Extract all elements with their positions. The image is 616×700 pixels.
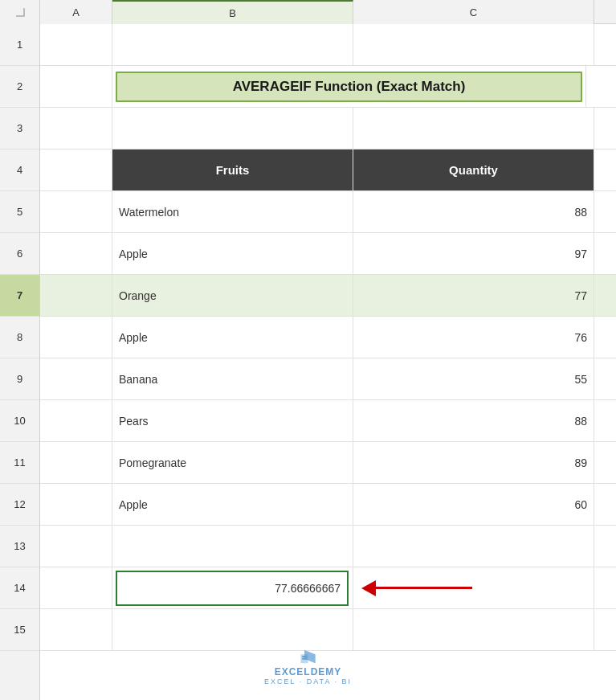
cell-fruit-2[interactable]: Apple [112, 233, 353, 274]
corner-cell [0, 0, 40, 24]
cell-fruit-7[interactable]: Pomegranate [112, 442, 353, 483]
row-num-6[interactable]: 6 [0, 233, 39, 275]
cell-13a[interactable] [40, 526, 112, 567]
cell-qty-5[interactable]: 55 [353, 358, 594, 399]
col-header-fruits[interactable]: Fruits [112, 149, 353, 190]
cell-qty-3[interactable]: 77 [353, 275, 594, 316]
cell-14a[interactable] [40, 567, 112, 608]
cell-qty-1[interactable]: 88 [353, 191, 594, 232]
arrow-line [376, 587, 472, 589]
svg-rect-3 [302, 658, 306, 660]
arrow [361, 580, 472, 596]
cell-12a[interactable] [40, 484, 112, 525]
table-row: Orange 77 [40, 275, 616, 317]
cell-1a[interactable] [40, 24, 112, 65]
cell-6a[interactable] [40, 233, 112, 274]
cell-3a[interactable] [40, 108, 112, 149]
table-row: Watermelon 88 [40, 191, 616, 233]
row-num-7[interactable]: 7 [0, 275, 39, 317]
spreadsheet: A B C 1 2 3 4 5 6 7 8 9 10 11 12 13 14 1… [0, 0, 616, 700]
row-num-3[interactable]: 3 [0, 108, 39, 149]
row-num-12[interactable]: 12 [0, 484, 39, 526]
cell-15a[interactable] [40, 609, 112, 650]
row-num-5[interactable]: 5 [0, 191, 39, 233]
row-num-9[interactable]: 9 [0, 358, 39, 400]
cell-14b[interactable]: 77.66666667 [112, 567, 353, 608]
cell-15c[interactable] [353, 609, 594, 650]
cell-9a[interactable] [40, 358, 112, 399]
cell-10a[interactable] [40, 400, 112, 441]
cell-qty-8[interactable]: 60 [353, 484, 594, 525]
cell-15b[interactable] [112, 609, 353, 650]
cell-14c[interactable] [353, 567, 594, 608]
col-header-quantity[interactable]: Quantity [353, 149, 594, 190]
row-num-15[interactable]: 15 [0, 609, 39, 651]
grid-area: 1 2 3 4 5 6 7 8 9 10 11 12 13 14 15 [0, 24, 616, 700]
table-row [40, 609, 616, 651]
svg-rect-2 [302, 656, 306, 657]
cell-3b[interactable] [112, 108, 353, 149]
row-num-13[interactable]: 13 [0, 526, 39, 567]
exceldemy-name: exceldemy [275, 666, 342, 677]
cell-fruit-8[interactable]: Apple [112, 484, 353, 525]
table-row: AVERAGEIF Function (Exact Match) [40, 66, 616, 108]
col-header-a[interactable]: A [40, 0, 112, 24]
row-numbers: 1 2 3 4 5 6 7 8 9 10 11 12 13 14 15 [0, 24, 40, 700]
table-row: Apple 76 [40, 317, 616, 358]
cell-qty-7[interactable]: 89 [353, 442, 594, 483]
cell-qty-6[interactable]: 88 [353, 400, 594, 441]
result-row: 77.66666667 [40, 567, 616, 609]
cell-11a[interactable] [40, 442, 112, 483]
cell-1b[interactable] [112, 24, 353, 65]
cell-7a[interactable] [40, 275, 112, 316]
table-row: Pomegranate 89 [40, 442, 616, 484]
table-row: Pears 88 [40, 400, 616, 442]
cell-fruit-4[interactable]: Apple [112, 317, 353, 358]
cell-5a[interactable] [40, 191, 112, 232]
cell-fruit-5[interactable]: Banana [112, 358, 353, 399]
cell-fruit-3[interactable]: Orange [112, 275, 353, 316]
cell-13c[interactable] [353, 526, 594, 567]
cell-4a[interactable] [40, 149, 112, 190]
table-row [40, 24, 616, 66]
cell-fruit-6[interactable]: Pears [112, 400, 353, 441]
cell-3c[interactable] [353, 108, 594, 149]
cell-8a[interactable] [40, 317, 112, 358]
cell-1c[interactable] [353, 24, 594, 65]
row-num-4[interactable]: 4 [0, 149, 39, 191]
row-num-14[interactable]: 14 [0, 567, 39, 609]
table-row: Apple 60 [40, 484, 616, 526]
table-row [40, 526, 616, 567]
arrow-head [361, 580, 376, 596]
row-num-1[interactable]: 1 [0, 24, 39, 66]
exceldemy-branding: exceldemy EXCEL · DATA · BI [264, 649, 352, 686]
table-row: Apple 97 [40, 233, 616, 275]
col-header-c[interactable]: C [353, 0, 594, 24]
cell-fruit-1[interactable]: Watermelon [112, 191, 353, 232]
table-row [40, 108, 616, 149]
column-headers: A B C [0, 0, 616, 24]
cell-2b[interactable]: AVERAGEIF Function (Exact Match) [112, 66, 586, 107]
row-num-2[interactable]: 2 [0, 66, 39, 108]
cell-qty-2[interactable]: 97 [353, 233, 594, 274]
result-value-cell[interactable]: 77.66666667 [116, 571, 349, 606]
cell-13b[interactable] [112, 526, 353, 567]
cell-qty-4[interactable]: 76 [353, 317, 594, 358]
table-row: Banana 55 [40, 358, 616, 400]
exceldemy-tagline: EXCEL · DATA · BI [264, 677, 352, 686]
cell-2a[interactable] [40, 66, 112, 107]
spreadsheet-title: AVERAGEIF Function (Exact Match) [116, 72, 582, 102]
row-num-10[interactable]: 10 [0, 400, 39, 442]
data-area: AVERAGEIF Function (Exact Match) Fruits … [40, 24, 616, 700]
row-num-11[interactable]: 11 [0, 442, 39, 484]
table-header-row: Fruits Quantity [40, 149, 616, 191]
col-header-b[interactable]: B [112, 0, 353, 24]
row-num-8[interactable]: 8 [0, 317, 39, 358]
